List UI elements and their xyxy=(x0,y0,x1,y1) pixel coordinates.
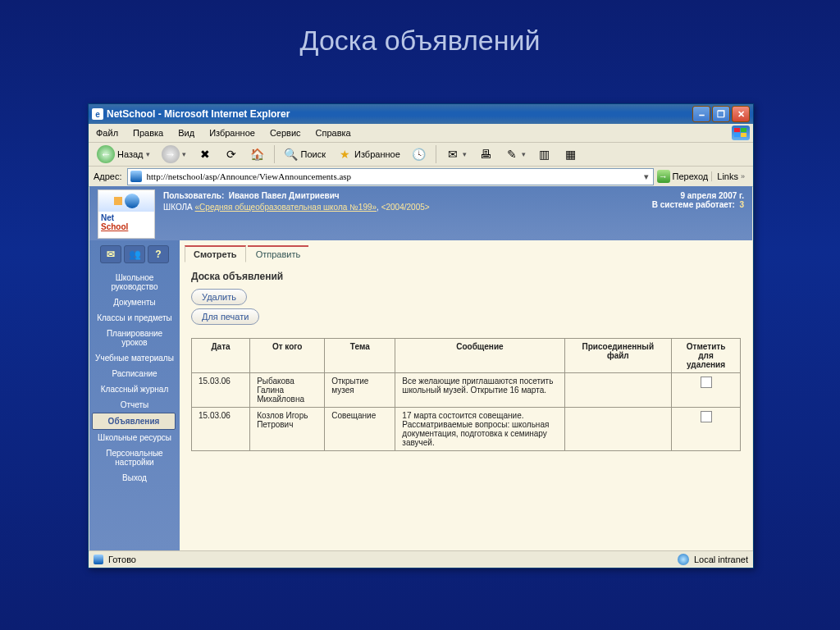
envelope-icon[interactable]: ✉ xyxy=(100,245,121,263)
address-bar: Адрес: ▾ → Переход Links » xyxy=(89,167,753,187)
cell-message: 17 марта состоится совещание. Рассматрив… xyxy=(395,408,564,451)
minimize-button[interactable]: ‒ xyxy=(692,106,710,122)
svg-rect-0 xyxy=(734,128,740,132)
go-label: Переход xyxy=(673,171,709,181)
table-row: 15.03.06Рыбакова Галина МихайловнаОткрыт… xyxy=(192,373,741,408)
url-input[interactable] xyxy=(145,171,639,182)
menu-tools[interactable]: Сервис xyxy=(262,124,308,142)
help-icon[interactable]: ? xyxy=(148,245,169,263)
status-text: Готово xyxy=(108,555,136,564)
history-button[interactable]: 🕓 xyxy=(407,144,431,164)
sidebar-icon-row: ✉ 👥 ? xyxy=(100,245,169,263)
go-button[interactable]: → Переход xyxy=(657,170,709,183)
tab-view[interactable]: Смотреть xyxy=(185,245,246,262)
sidebar-item-9[interactable]: Школьные ресурсы xyxy=(92,430,177,445)
zone-text: Local intranet xyxy=(694,555,748,564)
back-button[interactable]: ← Назад ▾ xyxy=(92,144,155,164)
links-toolbar[interactable]: Links » xyxy=(711,171,750,181)
school-link[interactable]: «Средняя общеобразовательная школа №199» xyxy=(195,203,377,212)
sidebar-item-2[interactable]: Классы и предметы xyxy=(92,310,177,326)
netschool-logo: NetSchool xyxy=(98,189,155,239)
col-mark: Отметить для удаления xyxy=(672,339,741,373)
address-input-container: ▾ xyxy=(127,168,654,185)
menu-help[interactable]: Справка xyxy=(308,124,358,142)
col-from: От кого xyxy=(250,339,325,373)
ie-icon: e xyxy=(92,108,103,120)
edit-button[interactable]: ✎▾ xyxy=(500,144,531,164)
delete-checkbox[interactable] xyxy=(701,411,712,422)
stop-button[interactable]: ✖ xyxy=(193,144,217,164)
cell-file xyxy=(564,373,672,408)
sidebar-item-3[interactable]: Планирование уроков xyxy=(92,326,177,350)
search-button[interactable]: 🔍 Поиск xyxy=(279,144,331,164)
extra-button[interactable]: ▥ xyxy=(532,144,557,164)
favorites-label: Избранное xyxy=(354,149,400,159)
sidebar-item-8[interactable]: Объявления xyxy=(92,413,176,430)
zone-icon xyxy=(678,554,689,565)
cell-subject: Открытие музея xyxy=(325,373,395,408)
sidebar-item-1[interactable]: Документы xyxy=(92,294,177,310)
slide-title: Доска объявлений xyxy=(0,0,840,73)
delete-checkbox[interactable] xyxy=(701,377,712,388)
star-icon: ★ xyxy=(337,147,352,162)
cell-from: Рыбакова Галина Михайловна xyxy=(250,373,325,408)
sidebar-item-11[interactable]: Выход xyxy=(92,470,177,486)
chevron-down-icon: ▾ xyxy=(146,150,150,158)
refresh-button[interactable]: ⟳ xyxy=(219,144,244,164)
page-header: NetSchool Пользователь: Иванов Павел Дми… xyxy=(89,186,752,240)
col-message: Сообщение xyxy=(395,339,564,373)
col-date: Дата xyxy=(192,339,250,373)
school-year: <2004/2005> xyxy=(381,203,430,212)
back-icon: ← xyxy=(97,145,115,163)
close-button[interactable]: ✕ xyxy=(732,106,750,122)
mail-button[interactable]: ✉▾ xyxy=(441,144,472,164)
sidebar-item-10[interactable]: Персональные настройки xyxy=(92,445,177,470)
chevron-down-icon[interactable]: ▾ xyxy=(642,171,651,182)
menu-fav[interactable]: Избранное xyxy=(202,124,262,142)
extra2-button[interactable]: ▦ xyxy=(559,144,583,164)
chevron-down-icon: ▾ xyxy=(182,150,186,158)
menu-edit[interactable]: Правка xyxy=(126,124,171,142)
go-icon: → xyxy=(657,170,670,183)
svg-rect-1 xyxy=(741,128,746,132)
print-button[interactable]: Для печати xyxy=(191,308,259,325)
refresh-icon: ⟳ xyxy=(224,147,239,162)
box-icon: ▥ xyxy=(537,147,552,162)
print-button[interactable]: 🖶 xyxy=(473,144,498,164)
home-icon: 🏠 xyxy=(250,147,265,162)
users-icon[interactable]: 👥 xyxy=(124,245,145,263)
print-icon: 🖶 xyxy=(478,147,493,162)
current-date: 9 апреля 2007 г. xyxy=(652,191,744,200)
col-file: Присоединенный файл xyxy=(564,339,672,373)
cell-date: 15.03.06 xyxy=(192,373,250,408)
menu-view[interactable]: Вид xyxy=(171,124,202,142)
sidebar-item-7[interactable]: Отчеты xyxy=(92,397,177,413)
links-label: Links xyxy=(717,171,738,181)
tab-send[interactable]: Отправить xyxy=(248,245,309,262)
sidebar-item-0[interactable]: Школьное руководство xyxy=(92,270,177,294)
sidebar-item-4[interactable]: Учебные материалы xyxy=(92,350,177,366)
sidebar-item-5[interactable]: Расписание xyxy=(92,366,177,381)
menu-file[interactable]: Файл xyxy=(89,124,126,142)
search-label: Поиск xyxy=(301,149,326,159)
user-name: Иванов Павел Дмитриевич xyxy=(229,191,340,200)
menubar: Файл Правка Вид Избранное Сервис Справка xyxy=(89,124,753,143)
table-row: 15.03.06Козлов Игорь ПетровичСовещание17… xyxy=(192,408,741,451)
favorites-button[interactable]: ★ Избранное xyxy=(332,144,405,164)
restore-button[interactable]: ❐ xyxy=(712,106,730,122)
stop-icon: ✖ xyxy=(198,147,212,162)
cell-message: Все желающие приглашаются посетить школь… xyxy=(395,373,564,408)
sidebar: ✉ 👥 ? Школьное руководствоДокументыКласс… xyxy=(89,240,180,551)
main-panel: Смотреть Отправить Доска объявлений Удал… xyxy=(180,240,752,551)
flag-icon: ▦ xyxy=(564,147,578,162)
titlebar: e NetSchool - Microsoft Internet Explore… xyxy=(89,104,753,124)
home-button[interactable]: 🏠 xyxy=(245,144,270,164)
page-content: NetSchool Пользователь: Иванов Павел Дми… xyxy=(89,186,752,551)
sys-users-label: В системе работает: xyxy=(652,200,735,209)
history-icon: 🕓 xyxy=(412,147,427,162)
cell-date: 15.03.06 xyxy=(192,408,250,451)
sidebar-item-6[interactable]: Классный журнал xyxy=(92,381,177,397)
delete-button[interactable]: Удалить xyxy=(191,289,247,305)
tabs: Смотреть Отправить xyxy=(185,245,752,262)
forward-button[interactable]: → ▾ xyxy=(157,144,191,164)
